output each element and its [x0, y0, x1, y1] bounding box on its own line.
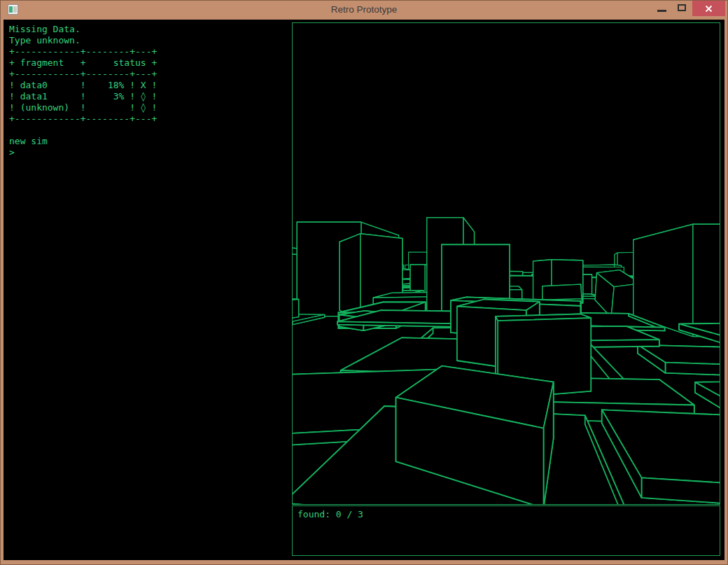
- minimize-button[interactable]: [657, 10, 666, 12]
- wireframe-scene: [293, 23, 720, 504]
- game-viewport[interactable]: [292, 22, 720, 505]
- close-icon: [705, 5, 713, 13]
- hud-found-counter: found: 0 / 3: [298, 509, 363, 520]
- close-button[interactable]: [692, 1, 725, 16]
- client-area: Missing Data. Type unknown. +-----------…: [4, 20, 724, 560]
- hud-panel: found: 0 / 3: [292, 505, 720, 556]
- app-window: Retro Prototype Missing Data. Type unkno…: [0, 0, 728, 565]
- terminal-output: Missing Data. Type unknown. +-----------…: [9, 24, 286, 158]
- titlebar[interactable]: Retro Prototype: [0, 0, 728, 20]
- terminal[interactable]: Missing Data. Type unknown. +-----------…: [9, 24, 286, 158]
- maximize-button[interactable]: [678, 4, 686, 11]
- window-title: Retro Prototype: [0, 4, 728, 15]
